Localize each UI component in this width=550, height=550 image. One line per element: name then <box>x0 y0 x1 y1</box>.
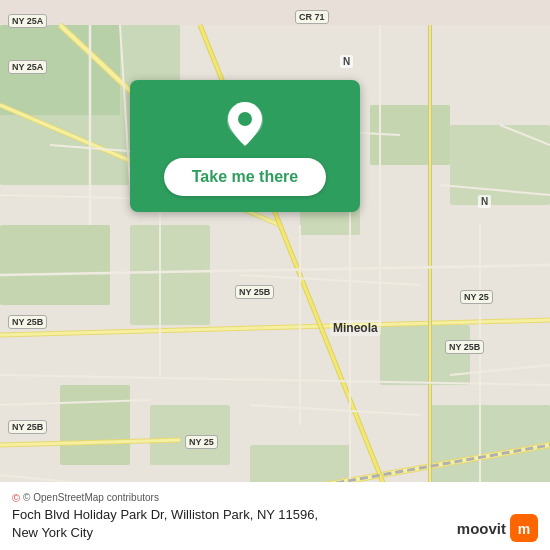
svg-rect-4 <box>0 225 110 305</box>
route-badge-ny25-right: NY 25 <box>460 290 493 304</box>
route-badge-ny25b-bottom-left: NY 25B <box>8 420 47 434</box>
route-badge-ny25a-top: NY 25A <box>8 14 47 28</box>
bottom-bar: © © OpenStreetMap contributors Foch Blvd… <box>0 482 550 550</box>
location-pin-icon <box>225 100 265 148</box>
osm-icon: © <box>12 492 20 504</box>
take-me-there-overlay: Take me there <box>130 80 360 212</box>
route-badge-ny25b-right: NY 25B <box>445 340 484 354</box>
north-indicator-1: N <box>340 55 353 68</box>
route-badge-ny25b-center: NY 25B <box>235 285 274 299</box>
take-me-there-button[interactable]: Take me there <box>164 158 326 196</box>
svg-rect-10 <box>60 385 130 465</box>
svg-rect-3 <box>130 225 210 325</box>
svg-point-48 <box>238 112 252 126</box>
route-badge-cr71: CR 71 <box>295 10 329 24</box>
osm-credit: © © OpenStreetMap contributors <box>12 492 159 504</box>
moovit-text: moovit <box>457 520 506 537</box>
address-line1: Foch Blvd Holiday Park Dr, Williston Par… <box>12 506 318 524</box>
address-line2: New York City <box>12 524 318 542</box>
route-badge-ny25b-mid-left: NY 25B <box>8 315 47 329</box>
place-label-mineola: Mineola <box>330 320 381 336</box>
route-badge-ny25a-left: NY 25A <box>8 60 47 74</box>
svg-rect-8 <box>380 325 470 385</box>
route-badge-ny25-bottom: NY 25 <box>185 435 218 449</box>
north-indicator-2: N <box>478 195 491 208</box>
map-container: NY 25A CR 71 NY 25A NY 25B NY 25B NY 25B… <box>0 0 550 550</box>
svg-rect-11 <box>430 405 550 485</box>
moovit-logo-icon: m <box>510 514 538 542</box>
svg-text:m: m <box>518 521 530 537</box>
